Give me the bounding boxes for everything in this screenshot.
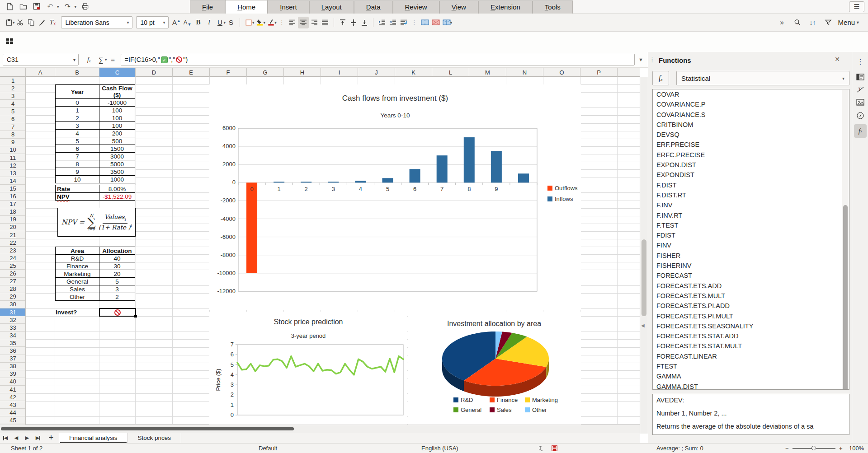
column-header-H[interactable]: H [284,68,321,77]
merge-cells-icon[interactable] [420,17,430,28]
row-header-14[interactable]: 14 [0,177,26,185]
table-cell[interactable]: 100 [99,122,135,130]
function-list-scrollbar[interactable] [842,90,849,389]
row-header-11[interactable]: 11 [0,154,26,162]
align-top-icon[interactable] [337,17,348,28]
table-cell[interactable]: 5 [56,137,99,145]
row-header-45[interactable]: 45 [0,416,26,424]
function-item[interactable]: FDIST [653,230,849,240]
menu-tab-file[interactable]: File [190,0,225,14]
styles-deck-icon[interactable]: T [854,84,867,95]
formula-input[interactable]: =IF(C16>0,"✓","") [121,54,635,65]
navigator-deck-icon[interactable] [854,110,867,121]
row-header-24[interactable]: 24 [0,254,26,262]
row-header-29[interactable]: 29 [0,293,26,301]
function-item[interactable]: FTEST [653,361,849,371]
row-header-5[interactable]: 5 [0,107,26,115]
function-item[interactable]: DEVSQ [653,130,849,140]
row-header-42[interactable]: 42 [0,393,26,401]
table-cell[interactable]: 8 [56,160,99,168]
sidebar-settings-icon[interactable]: ⋮ [854,56,867,67]
row-header-36[interactable]: 36 [0,347,26,355]
borders-dropdown-icon[interactable]: ▾ [252,20,255,25]
properties-deck-icon[interactable] [854,71,867,83]
table-cell[interactable]: 100 [99,114,135,122]
row-header-30[interactable]: 30 [0,301,26,308]
row-header-34[interactable]: 34 [0,332,26,339]
selection-summary[interactable]: Average: ; Sum: 0 [656,445,703,452]
row-header-39[interactable]: 39 [0,370,26,378]
open-file-icon[interactable] [18,2,28,12]
menu-tab-tools[interactable]: Tools [533,0,573,14]
table-grid-icon[interactable] [5,37,14,47]
line-chart[interactable]: Stock price prediction3-year period01234… [209,312,407,425]
table-cell[interactable]: 10 [56,176,99,183]
row-header-41[interactable]: 41 [0,386,26,393]
menu-button[interactable]: Menu▼ [838,19,860,26]
column-header-K[interactable]: K [395,68,432,77]
column-header-F[interactable]: F [210,68,247,77]
increase-indent-icon[interactable] [377,17,387,28]
zoom-level[interactable]: 100% [849,445,864,452]
name-box[interactable]: C31 ▾ [3,54,79,65]
table-cell[interactable]: 100 [99,107,135,114]
function-item[interactable]: COVARIANCE.S [653,110,849,120]
select-all-corner[interactable] [0,68,26,77]
print-icon[interactable] [80,2,90,12]
font-color-dropdown-icon[interactable]: ▾ [274,20,277,25]
column-header-G[interactable]: G [247,68,284,77]
row-header-35[interactable]: 35 [0,339,26,347]
table-cell[interactable]: 2 [99,293,135,301]
cells-grid[interactable]: YearCash Flow ($)0-100001100210031004200… [26,77,640,425]
selected-cell-c31[interactable] [99,308,136,317]
category-combo[interactable]: Statistical ▾ [676,71,849,85]
function-list-scrollbar-thumb[interactable] [843,205,848,390]
undo-dropdown-icon[interactable]: ▾ [57,5,59,9]
function-item[interactable]: FORECAST.ETS.MULT [653,291,849,301]
next-sheet-icon[interactable]: ▶ [22,433,33,443]
panel-close-icon[interactable]: ✕ [835,56,840,63]
function-item[interactable]: GAMMA.DIST [653,382,849,390]
column-header-O[interactable]: O [543,68,580,77]
copy-icon[interactable] [26,17,37,28]
function-item[interactable]: FORECAST [653,271,849,280]
row-header-25[interactable]: 25 [0,262,26,270]
pie-chart[interactable]: Investment allocation by areaR&DFinanceM… [408,312,581,425]
hamburger-menu-button[interactable]: ☰ [849,1,864,12]
vertical-scrollbar[interactable]: ◀ [640,77,648,434]
column-header-M[interactable]: M [469,68,506,77]
row-header-6[interactable]: 6 [0,116,26,123]
function-item[interactable]: FORECAST.ETS.STAT.MULT [653,341,849,351]
align-justified-icon[interactable] [320,17,330,28]
table-cell[interactable]: 6 [56,145,99,153]
table-cell[interactable]: 7 [56,153,99,160]
paste-dropdown-icon[interactable]: ▾ [13,20,15,25]
row-header-18[interactable]: 18 [0,208,26,216]
row-header-22[interactable]: 22 [0,239,26,247]
gallery-deck-icon[interactable] [854,96,867,108]
row-header-8[interactable]: 8 [0,131,26,139]
table-cell[interactable]: General [56,278,99,285]
function-item[interactable]: ERFC.PRECISE [653,150,849,160]
menu-tab-view[interactable]: View [439,0,478,14]
function-item[interactable]: F.INV [653,200,849,210]
shrink-font-icon[interactable]: A▼ [182,17,193,28]
table-cell[interactable]: 5000 [99,160,135,168]
function-item[interactable]: FORECAST.LINEAR [653,351,849,361]
table-cell[interactable]: 1000 [99,176,135,183]
font-size-dropdown-icon[interactable]: ▾ [163,20,165,25]
italic-icon[interactable]: I [204,17,215,28]
font-name-dropdown-icon[interactable]: ▾ [127,20,129,25]
zoom-in-icon[interactable]: + [839,445,843,452]
name-box-dropdown-icon[interactable]: ▾ [73,57,75,62]
function-item[interactable]: COVAR [653,89,849,99]
function-wizard-icon[interactable]: fₓ [83,54,95,65]
panel-drag-handle[interactable]: ⋮⋮ [650,58,655,63]
first-sheet-icon[interactable]: ◀ [0,433,11,443]
column-header-E[interactable]: E [173,68,210,77]
font-name-combo[interactable]: Liberation Sans▾ [61,16,132,28]
language[interactable]: English (USA) [421,445,458,452]
row-header-17[interactable]: 17 [0,201,26,208]
redo-dropdown-icon[interactable]: ▾ [75,5,77,9]
column-header-D[interactable]: D [136,68,173,77]
